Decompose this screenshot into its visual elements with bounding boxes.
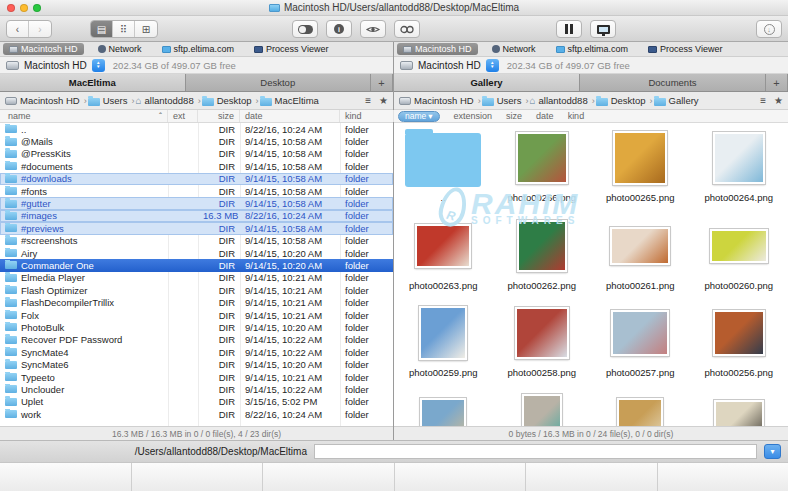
table-row[interactable]: work DIR 8/22/16, 10:24 AM folder [0, 408, 393, 420]
volume-name[interactable]: Macintosh HD [418, 60, 481, 71]
traffic-light[interactable] [7, 4, 15, 12]
gallery-item[interactable]: photo00262.png [493, 215, 592, 303]
breadcrumb-item[interactable]: MacEltima › [260, 95, 319, 106]
table-row[interactable]: Airy DIR 9/14/15, 10:20 AM folder [0, 247, 393, 259]
favorite-item[interactable]: Network [486, 43, 542, 55]
function-key-button[interactable] [263, 463, 395, 491]
table-row[interactable]: #screenshots DIR 9/14/15, 10:58 AM folde… [0, 235, 393, 247]
pane-tab[interactable]: Gallery [394, 74, 580, 91]
column-ext[interactable]: ext [168, 110, 198, 122]
history-button[interactable]: ↓ [756, 20, 782, 38]
breadcrumb-item[interactable]: Desktop › [596, 95, 654, 106]
favorite-item[interactable]: Process Viewer [248, 43, 334, 55]
gallery-item[interactable] [394, 390, 493, 427]
breadcrumb-item[interactable]: Macintosh HD › [399, 95, 482, 106]
pane-tab[interactable]: Desktop [186, 74, 372, 91]
table-row[interactable]: PhotoBulk DIR 9/14/15, 10:20 AM folder [0, 321, 393, 333]
function-key-button[interactable] [658, 463, 788, 491]
favorite-item[interactable]: sftp.eltima.com [550, 43, 635, 55]
traffic-light[interactable] [20, 4, 28, 12]
gallery-item[interactable]: photo00264.png [690, 127, 788, 215]
column-date[interactable]: date [240, 110, 340, 122]
table-row[interactable]: Uplet DIR 3/15/16, 5:02 PM folder [0, 396, 393, 408]
queue-pause-button[interactable] [556, 20, 582, 38]
gallery-item[interactable]: photo00256.png [690, 302, 788, 390]
gallery-item[interactable]: photo00259.png [394, 302, 493, 390]
back-button[interactable]: ‹ [7, 21, 29, 37]
table-row[interactable]: .. DIR 8/22/16, 10:24 AM folder [0, 123, 393, 135]
forward-button[interactable]: › [29, 21, 51, 37]
column-date[interactable]: date [536, 111, 554, 121]
icons-view-icon[interactable]: ⊞ [135, 21, 157, 37]
path-dropdown-button[interactable]: ▾ [764, 444, 781, 459]
list-view-icon[interactable]: ▤ [91, 21, 113, 37]
table-row[interactable]: #documents DIR 9/14/15, 10:58 AM folder [0, 160, 393, 172]
pane-tab[interactable]: Documents [580, 74, 766, 91]
sort-by-name-pill[interactable]: name▾ [398, 111, 440, 122]
remote-screen-button[interactable] [590, 20, 616, 38]
gallery-item[interactable] [493, 390, 592, 427]
pane-tab[interactable]: MacEltima [0, 74, 186, 91]
gallery-item[interactable] [690, 390, 788, 427]
table-row[interactable]: #gutter DIR 9/14/15, 10:58 AM folder [0, 197, 393, 209]
list-menu-icon[interactable]: ≡ [365, 95, 371, 106]
table-row[interactable]: #images 16.3 MB 8/22/16, 10:24 AM folder [0, 210, 393, 222]
table-row[interactable]: @Mails DIR 9/14/15, 10:58 AM folder [0, 135, 393, 147]
table-row[interactable]: @PressKits DIR 9/14/15, 10:58 AM folder [0, 148, 393, 160]
column-name[interactable]: nameˆ [0, 110, 168, 122]
gallery-item[interactable]: photo00266.png [493, 127, 592, 215]
breadcrumb-item[interactable]: Gallery › [654, 95, 699, 106]
command-line-input[interactable] [314, 444, 757, 459]
preview-button[interactable] [360, 20, 386, 38]
volume-name[interactable]: Macintosh HD [24, 60, 87, 71]
favorite-item[interactable]: Network [92, 43, 148, 55]
breadcrumb-item[interactable]: ⌂ allantodd88 › [529, 95, 595, 106]
small-icons-view-icon[interactable]: ⠿ [113, 21, 135, 37]
table-row[interactable]: Folx DIR 9/14/15, 10:21 AM folder [0, 309, 393, 321]
column-size[interactable]: size [198, 110, 240, 122]
favorite-star-icon[interactable]: ★ [774, 95, 783, 106]
breadcrumb-item[interactable]: ⌂ allantodd88 › [135, 95, 201, 106]
column-kind[interactable]: kind [340, 110, 394, 122]
table-row[interactable]: Elmedia Player DIR 9/14/15, 10:21 AM fol… [0, 272, 393, 284]
function-key-button[interactable] [132, 463, 264, 491]
list-menu-icon[interactable]: ≡ [760, 95, 766, 106]
table-row[interactable]: SyncMate4 DIR 9/14/15, 10:22 AM folder [0, 346, 393, 358]
column-kind[interactable]: kind [568, 111, 585, 121]
favorite-item[interactable]: Macintosh HD [3, 43, 84, 55]
table-row[interactable]: FlashDecompilerTrillix DIR 9/14/15, 10:2… [0, 296, 393, 308]
breadcrumb-item[interactable]: Users › [88, 95, 136, 106]
gallery-item[interactable]: photo00258.png [493, 302, 592, 390]
gallery-item[interactable] [591, 390, 690, 427]
gallery-item[interactable]: photo00261.png [591, 215, 690, 303]
table-row[interactable]: Flash Optimizer DIR 9/14/15, 10:21 AM fo… [0, 284, 393, 296]
volume-stepper[interactable]: ▲▼ [486, 59, 499, 72]
new-tab-button[interactable]: + [766, 74, 788, 91]
search-button[interactable] [394, 20, 420, 38]
function-key-button[interactable] [526, 463, 658, 491]
breadcrumb-item[interactable]: Desktop › [202, 95, 260, 106]
breadcrumb-item[interactable]: Macintosh HD › [5, 95, 88, 106]
function-key-button[interactable] [0, 463, 132, 491]
table-row[interactable]: #fonts DIR 9/14/15, 10:58 AM folder [0, 185, 393, 197]
dual-pane-toggle-button[interactable] [292, 20, 318, 38]
gallery-item[interactable]: photo00257.png [591, 302, 690, 390]
info-button[interactable]: i [326, 20, 352, 38]
table-row[interactable]: Typeeto DIR 9/14/15, 10:21 AM folder [0, 371, 393, 383]
column-extension[interactable]: extension [454, 111, 493, 121]
favorite-item[interactable]: Process Viewer [642, 43, 728, 55]
traffic-light[interactable] [33, 4, 41, 12]
favorite-star-icon[interactable]: ★ [379, 95, 388, 106]
table-row[interactable]: #downloads DIR 9/14/15, 10:58 AM folder [0, 173, 393, 185]
table-row[interactable]: SyncMate6 DIR 9/14/15, 10:20 AM folder [0, 358, 393, 370]
volume-stepper[interactable]: ▲▼ [92, 59, 105, 72]
gallery-item[interactable]: photo00265.png [591, 127, 690, 215]
table-row[interactable]: Commander One DIR 9/14/15, 10:20 AM fold… [0, 259, 393, 271]
table-row[interactable]: Recover PDF Password DIR 9/14/15, 10:22 … [0, 334, 393, 346]
gallery-item[interactable]: photo00263.png [394, 215, 493, 303]
gallery-item[interactable]: photo00260.png [690, 215, 788, 303]
table-row[interactable]: Unclouder DIR 9/14/15, 10:22 AM folder [0, 383, 393, 395]
table-row[interactable]: #previews DIR 9/14/15, 10:58 AM folder [0, 222, 393, 234]
favorite-item[interactable]: sftp.eltima.com [156, 43, 241, 55]
breadcrumb-item[interactable]: Users › [482, 95, 530, 106]
